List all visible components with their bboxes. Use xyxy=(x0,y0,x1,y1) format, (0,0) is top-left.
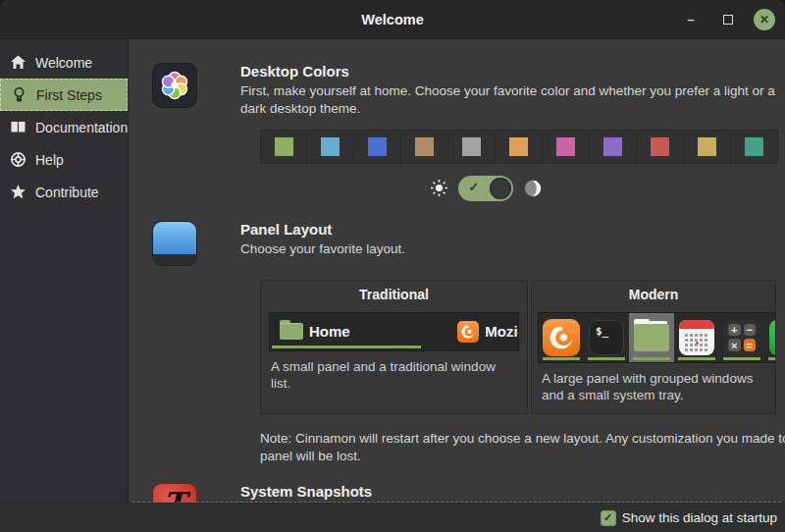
modern-card-caption: A large panel with grouped windows and a… xyxy=(532,363,775,413)
active-window-underline xyxy=(272,346,421,348)
color-swatch-sand[interactable] xyxy=(684,130,731,164)
moon-icon xyxy=(523,179,543,198)
sidebar-item-first-steps[interactable]: First Steps xyxy=(0,79,128,111)
section-system-snapshots: T System Snapshots Next, let's set autom… xyxy=(152,483,785,503)
toggle-check-glyph: ✓ xyxy=(469,180,480,194)
scroll-undershoot-indicator xyxy=(132,502,781,503)
toggle-knob xyxy=(490,178,511,199)
panel-cell-calculator: + − × = xyxy=(719,313,764,362)
folder-icon xyxy=(280,323,303,340)
window-list-button-label: Home xyxy=(309,323,350,340)
titlebar: Welcome – ✕ xyxy=(0,0,785,39)
panel-cell-spreadsheet xyxy=(764,313,775,362)
sidebar-item-label: Welcome xyxy=(35,55,92,71)
color-swatch-purple[interactable] xyxy=(590,130,637,164)
sidebar-item-help[interactable]: Help xyxy=(0,143,128,176)
traditional-card-title: Traditional xyxy=(261,281,527,306)
panel-layout-title: Panel Layout xyxy=(240,221,785,238)
spreadsheet-icon xyxy=(769,320,775,355)
sidebar: Welcome First Steps Documentation xyxy=(0,39,129,503)
swatch-color xyxy=(368,137,387,156)
footer-bar: ✓ Show this dialog at startup xyxy=(0,503,785,532)
desktop-colors-title: Desktop Colors xyxy=(240,63,785,80)
swatch-color xyxy=(275,137,293,156)
theme-toggle-switch[interactable]: ✓ xyxy=(458,176,513,201)
swatch-color xyxy=(745,137,763,156)
section-desktop-colors: Desktop Colors First, make yourself at h… xyxy=(152,63,785,118)
theme-toggle-row: ✓ xyxy=(211,176,760,201)
color-swatch-blue[interactable] xyxy=(354,130,401,164)
panel-layout-icon xyxy=(152,221,197,266)
lightbulb-icon xyxy=(11,86,27,103)
book-icon xyxy=(10,119,26,135)
desktop-colors-description: First, make yourself at home. Choose you… xyxy=(240,82,785,118)
maximize-icon xyxy=(723,15,733,25)
swatch-color xyxy=(556,137,575,156)
layout-card-traditional[interactable]: Traditional Home Mozill xyxy=(260,280,528,414)
color-swatch-grey[interactable] xyxy=(448,130,496,164)
desktop-colors-icon xyxy=(152,63,197,108)
swatch-color xyxy=(462,137,481,156)
calculator-icon: + − × = xyxy=(724,320,759,355)
close-button[interactable]: ✕ xyxy=(754,9,775,30)
color-swatch-brown[interactable] xyxy=(401,130,448,164)
tray-text: Mozill xyxy=(485,323,519,340)
panel-cell-files xyxy=(629,313,674,362)
welcome-window: Welcome – ✕ Welcome First Steps xyxy=(0,0,785,532)
color-swatch-row xyxy=(260,130,785,164)
panel-cell-firefox xyxy=(539,313,584,362)
swatch-color xyxy=(415,137,434,156)
content-area: Desktop Colors First, make yourself at h… xyxy=(129,39,785,503)
folder-icon xyxy=(634,324,669,351)
color-swatch-aqua[interactable] xyxy=(307,130,354,164)
panel-layout-note: Note: Cinnamon will restart after you ch… xyxy=(260,430,785,465)
timeshift-letter: T xyxy=(164,486,185,503)
startup-checkbox[interactable]: ✓ xyxy=(601,510,616,526)
help-icon xyxy=(10,151,26,168)
firefox-icon xyxy=(457,321,479,343)
home-icon xyxy=(10,54,26,71)
color-swatch-red[interactable] xyxy=(637,130,684,164)
swatch-color xyxy=(509,137,528,156)
swatch-color xyxy=(651,137,669,156)
swatch-color xyxy=(603,137,622,156)
sun-icon xyxy=(430,179,448,197)
swatch-color xyxy=(698,137,716,156)
window-controls: – ✕ xyxy=(679,0,775,38)
sidebar-item-label: Contribute xyxy=(35,185,99,200)
traditional-card-caption: A small panel and a traditional window l… xyxy=(261,351,527,401)
system-snapshots-title: System Snapshots xyxy=(240,483,785,500)
startup-checkbox-label[interactable]: Show this dialog at startup xyxy=(622,510,777,525)
color-swatch-pink[interactable] xyxy=(543,130,590,164)
panel-layout-description: Choose your favorite layout. xyxy=(240,240,785,258)
layout-cards: Traditional Home Mozill xyxy=(260,280,785,414)
swatch-color xyxy=(321,137,340,156)
terminal-icon: $_ xyxy=(589,320,624,355)
maximize-button[interactable] xyxy=(716,8,740,31)
star-icon xyxy=(10,184,26,200)
section-panel-layout: Panel Layout Choose your favorite layout… xyxy=(152,221,785,266)
color-swatch-green[interactable] xyxy=(260,130,307,164)
sidebar-item-welcome[interactable]: Welcome xyxy=(0,46,128,79)
window-title: Welcome xyxy=(361,12,423,27)
color-swatch-orange[interactable] xyxy=(496,130,543,164)
sidebar-item-label: First Steps xyxy=(36,87,102,103)
modern-panel-preview: $_ + xyxy=(538,312,775,363)
firefox-icon xyxy=(543,319,580,356)
timeshift-icon: T xyxy=(152,483,197,503)
layout-card-modern[interactable]: Modern $_ xyxy=(531,280,776,414)
sidebar-item-documentation[interactable]: Documentation xyxy=(0,111,128,143)
panel-cell-calendar xyxy=(674,313,719,362)
sidebar-item-label: Help xyxy=(35,152,64,168)
traditional-panel-preview: Home Mozill xyxy=(269,312,519,351)
minimize-button[interactable]: – xyxy=(679,8,703,31)
modern-card-title: Modern xyxy=(532,281,775,306)
sidebar-item-contribute[interactable]: Contribute xyxy=(0,176,128,208)
panel-cell-terminal: $_ xyxy=(584,313,629,362)
calendar-icon xyxy=(679,320,714,355)
color-swatch-teal[interactable] xyxy=(731,130,778,164)
sidebar-item-label: Documentation xyxy=(35,120,128,135)
